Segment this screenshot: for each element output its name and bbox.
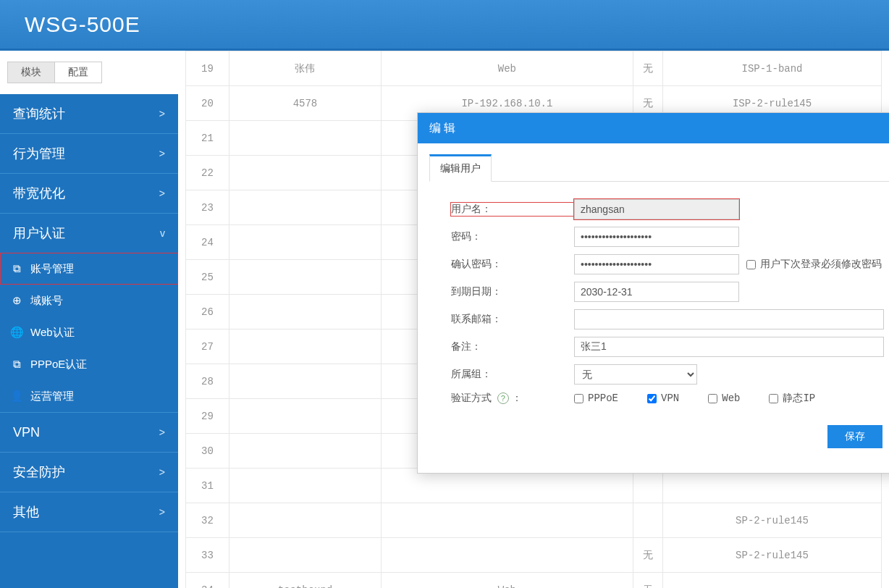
nav-item-2[interactable]: 带宽优化>	[0, 174, 178, 213]
modal-header: 编 辑 ✕	[418, 113, 889, 143]
email-input[interactable]	[574, 309, 884, 329]
main-content: 19张伟Web无ISP-1-band204578IP-192.168.10.1无…	[178, 51, 889, 588]
menu-icon: 🌐	[10, 326, 23, 339]
nav-item-3[interactable]: 用户认证v	[0, 214, 178, 253]
nav-sub-item-0[interactable]: ⧉账号管理	[0, 253, 178, 285]
auth-pppoe-label: PPPoE	[588, 392, 618, 404]
nav-item-label: 其他	[13, 503, 39, 521]
nav-sub-label: Web认证	[30, 326, 75, 340]
nav-sub-item-1[interactable]: ⊕域账号	[0, 285, 178, 316]
chevron-right-icon: >	[159, 188, 165, 199]
menu-icon: ⊕	[10, 294, 23, 307]
sidebar-tabs: 模块 配置	[0, 51, 178, 94]
auth-static-label: 静态IP	[783, 392, 815, 405]
nav-sub-label: PPPoE认证	[30, 358, 87, 371]
auth-vpn-label: VPN	[661, 392, 679, 404]
group-select[interactable]: 无	[574, 364, 697, 385]
label-password: 密码：	[451, 230, 574, 243]
username-input[interactable]	[574, 199, 739, 219]
nav-item-label: VPN	[13, 425, 40, 440]
nav-sub-label: 运营管理	[30, 390, 74, 403]
nav-sub-item-3[interactable]: ⧉PPPoE认证	[0, 348, 178, 380]
chevron-right-icon: >	[159, 506, 165, 518]
nav-item-4[interactable]: VPN>	[0, 413, 178, 452]
nav-item-label: 用户认证	[13, 224, 65, 242]
nav-sub-label: 账号管理	[30, 262, 74, 276]
chevron-right-icon: >	[159, 427, 165, 438]
must-change-password-checkbox[interactable]	[746, 260, 756, 269]
tab-module[interactable]: 模块	[7, 62, 55, 83]
menu-icon: ⧉	[10, 358, 23, 371]
auth-static-checkbox[interactable]	[769, 394, 778, 403]
nav-item-6[interactable]: 其他>	[0, 492, 178, 532]
expire-date-input[interactable]	[574, 282, 739, 302]
remark-input[interactable]	[574, 337, 884, 357]
help-icon[interactable]: ?	[497, 392, 509, 404]
nav-item-label: 带宽优化	[13, 185, 65, 202]
nav-sub-item-2[interactable]: 🌐Web认证	[0, 316, 178, 348]
nav-item-1[interactable]: 行为管理>	[0, 134, 178, 173]
tab-config[interactable]: 配置	[54, 62, 102, 83]
label-confirm: 确认密码：	[451, 258, 574, 271]
menu-icon: ⧉	[10, 262, 23, 275]
nav-item-label: 查询统计	[13, 105, 65, 122]
nav-item-label: 安全防护	[13, 463, 65, 481]
auth-web-label: Web	[722, 392, 740, 404]
auth-web-checkbox[interactable]	[708, 394, 717, 403]
save-button[interactable]: 保存	[827, 425, 882, 448]
chevron-right-icon: >	[159, 108, 165, 119]
label-group: 所属组：	[451, 368, 574, 381]
menu-icon: 👤	[10, 390, 23, 403]
chevron-down-icon: v	[160, 227, 165, 239]
modal-tab-edit-user[interactable]: 编辑用户	[429, 154, 492, 182]
nav-item-label: 行为管理	[13, 145, 65, 162]
label-remark: 备注：	[451, 340, 574, 353]
edit-user-modal: 编 辑 ✕ 编辑用户 用户名： 密码： 确认密码	[417, 112, 889, 474]
label-username: 用户名：	[451, 203, 574, 216]
product-title: WSG-500E	[25, 12, 140, 37]
app-header: WSG-500E	[0, 0, 889, 51]
nav-item-0[interactable]: 查询统计>	[0, 94, 178, 133]
confirm-password-input[interactable]	[574, 254, 739, 274]
modal-title: 编 辑	[429, 121, 455, 136]
chevron-right-icon: >	[159, 466, 165, 478]
auth-pppoe-checkbox[interactable]	[574, 394, 583, 403]
chevron-right-icon: >	[159, 148, 165, 159]
password-input[interactable]	[574, 227, 739, 247]
label-email: 联系邮箱：	[451, 313, 574, 326]
label-expire: 到期日期：	[451, 285, 574, 298]
auth-vpn-checkbox[interactable]	[647, 394, 657, 403]
nav-sub-label: 域账号	[30, 294, 63, 308]
sidebar: 模块 配置 查询统计>行为管理>带宽优化>用户认证v⧉账号管理⊕域账号🌐Web认…	[0, 51, 178, 588]
must-change-password-label: 用户下次登录必须修改密码	[760, 258, 882, 271]
label-auth: 验证方式 ? ：	[451, 392, 574, 405]
nav-item-5[interactable]: 安全防护>	[0, 453, 178, 492]
nav-sub-item-4[interactable]: 👤运营管理	[0, 380, 178, 412]
